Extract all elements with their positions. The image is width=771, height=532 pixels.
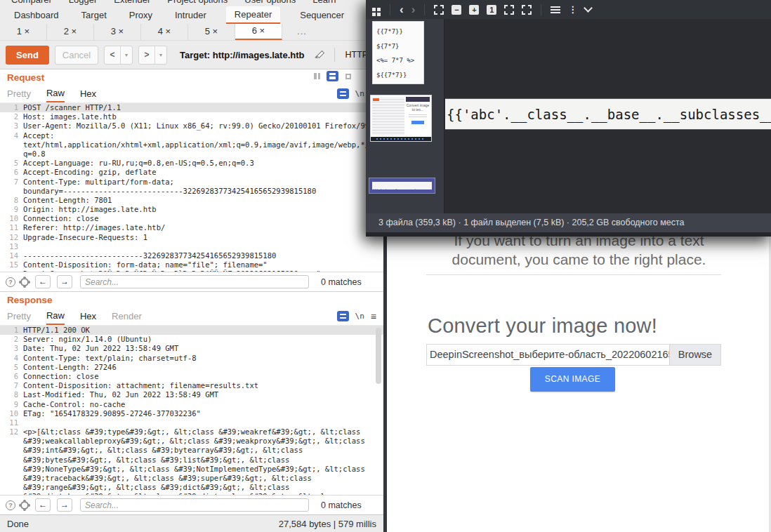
- repeater-tab[interactable]: 2 ×: [47, 24, 94, 40]
- repeater-tab[interactable]: 4 ×: [141, 24, 188, 40]
- chevron-down-icon[interactable]: ▾: [154, 46, 166, 64]
- target-url: Target: http://images.late.htb: [180, 50, 304, 60]
- newline-icon[interactable]: \n: [355, 89, 364, 98]
- back-icon[interactable]: ‹: [400, 4, 404, 15]
- repeater-tab[interactable]: 5 ×: [188, 24, 235, 40]
- divider: [424, 4, 425, 15]
- main-tab[interactable]: Proxy: [126, 6, 155, 24]
- request-line: text/html,application/xhtml+xml,applicat…: [0, 140, 383, 149]
- request-line: 8Content-Length: 7801: [0, 196, 383, 205]
- arrow-left-icon[interactable]: ←: [35, 498, 51, 512]
- more-vert-icon[interactable]: ⋮: [568, 4, 577, 15]
- format-icon[interactable]: [337, 88, 349, 99]
- settings-gear-icon[interactable]: [20, 278, 29, 286]
- actual-size-icon[interactable]: 1: [487, 5, 496, 15]
- help-icon[interactable]: ?: [6, 500, 15, 510]
- pencil-icon[interactable]: [314, 50, 324, 60]
- zoom-out-icon[interactable]: −: [452, 5, 461, 15]
- request-line: 6Accept-Encoding: gzip, deflate: [0, 168, 383, 177]
- main-tab[interactable]: User options: [244, 0, 296, 6]
- burp-main-tabs: DashboardTargetProxyIntruderRepeaterSequ…: [0, 6, 383, 24]
- main-tab[interactable]: Repeater: [226, 6, 280, 24]
- editor-tab[interactable]: Raw: [46, 308, 65, 325]
- cancel-button[interactable]: Cancel: [55, 46, 98, 65]
- arrow-right-icon[interactable]: →: [57, 498, 72, 512]
- editor-tab[interactable]: Raw: [46, 86, 65, 102]
- repeater-tab[interactable]: 3 ×: [94, 24, 141, 40]
- file-input[interactable]: DeepinScreenshot_выберите-область_202206…: [426, 344, 721, 366]
- main-tab[interactable]: Dashboard: [11, 6, 62, 24]
- layout-tabs-icon[interactable]: [342, 71, 354, 81]
- menu-icon[interactable]: ≡: [371, 312, 376, 321]
- chevron-down-icon[interactable]: ▾: [120, 46, 132, 64]
- thumbnails-grid-icon[interactable]: [372, 8, 376, 11]
- editor-tab[interactable]: Render: [112, 308, 142, 325]
- editor-tab[interactable]: Pretty: [7, 86, 31, 102]
- request-line: 10Connection: close: [0, 214, 383, 223]
- response-line: &#39;NoneType&#39;&gt;, &lt;class &#39;N…: [0, 465, 383, 474]
- response-line: &#39;dict_keys&#39;&gt;, &lt;class &#39;…: [0, 492, 383, 495]
- status-done: Done: [7, 519, 29, 529]
- fit-frame-icon[interactable]: [522, 5, 532, 15]
- newline-icon[interactable]: \n: [355, 312, 364, 321]
- main-tab[interactable]: Extender: [114, 0, 150, 6]
- main-tab[interactable]: Sequencer: [297, 6, 347, 24]
- response-line: 2Server: nginx/1.14.0 (Ubuntu): [0, 335, 383, 344]
- forward-icon[interactable]: ›: [411, 4, 416, 15]
- repeater-tab[interactable]: ...: [282, 24, 322, 40]
- request-line: 14---------------------------32269283773…: [0, 251, 383, 260]
- format-icon[interactable]: [337, 311, 349, 321]
- scan-image-button[interactable]: SCAN IMAGE: [530, 367, 615, 392]
- thumb-send-chip: [373, 98, 379, 101]
- thumb-taskbar: [371, 137, 431, 141]
- zoom-fit-icon[interactable]: [434, 5, 444, 15]
- editor-tab[interactable]: Hex: [80, 308, 96, 325]
- main-tab[interactable]: Project options: [167, 0, 228, 6]
- payload-line: ${7*7}: [376, 39, 423, 54]
- arrow-right-icon[interactable]: →: [57, 275, 72, 288]
- help-icon[interactable]: ?: [6, 277, 15, 287]
- response-search-input[interactable]: [80, 498, 309, 512]
- response-line: 11: [0, 418, 383, 427]
- repeater-tabs: 1 ×2 ×3 ×4 ×5 ×6 ×...: [0, 24, 383, 41]
- response-line: 5Content-Length: 27246: [0, 363, 383, 372]
- list-view-icon[interactable]: [551, 6, 560, 13]
- history-forward-button[interactable]: > ▾: [138, 46, 167, 65]
- forward-arrow-label: >: [139, 46, 154, 64]
- editor-tab[interactable]: Pretty: [7, 308, 31, 325]
- payload-line: {{7*7}}: [376, 25, 423, 39]
- thumbnail-payload-note[interactable]: {{7*7}}${7*7}<%= 7*7 %>${{7*7}}: [372, 21, 424, 84]
- fit-width-icon[interactable]: [504, 5, 514, 15]
- main-tab[interactable]: Comparer: [11, 0, 52, 6]
- request-editor[interactable]: 1POST /scanner HTTP/1.1 2Host: images.la…: [0, 103, 383, 272]
- main-tab[interactable]: Target: [79, 6, 110, 24]
- request-search-input[interactable]: [80, 275, 309, 288]
- thumbnail-screenshot[interactable]: Convert image to tex...: [370, 95, 432, 142]
- thumb-page-pane: Convert image to tex...: [406, 97, 430, 135]
- response-editor-tabs: PrettyRawHexRender: [7, 308, 157, 325]
- main-tab[interactable]: Learn: [312, 0, 336, 6]
- response-line: 7Content-Disposition: attachment; filena…: [0, 381, 383, 390]
- chevron-down-icon[interactable]: [584, 4, 593, 13]
- layout-columns-icon[interactable]: [311, 71, 323, 81]
- browse-button[interactable]: Browse: [669, 345, 720, 365]
- tagline-line2: document, you came to the right place.: [408, 251, 750, 268]
- main-tab[interactable]: Logger: [69, 0, 97, 6]
- main-tab[interactable]: Intruder: [172, 6, 209, 24]
- response-scrollbar[interactable]: [376, 328, 381, 384]
- history-back-button[interactable]: < ▾: [104, 46, 133, 65]
- thumbnail-selected-payload[interactable]: {{'abc'.__class__.__base__.__subclasses_…: [369, 178, 435, 194]
- repeater-tab[interactable]: 6 ×: [235, 24, 282, 40]
- divider: [390, 4, 390, 15]
- response-line: 10ETag: "1654178329.90895-27246-37703223…: [0, 409, 383, 418]
- send-button[interactable]: Send: [6, 46, 49, 65]
- zoom-in-icon[interactable]: +: [469, 5, 479, 15]
- layout-rows-icon[interactable]: [327, 71, 338, 81]
- burp-main-tabs-top: ComparerLoggerExtenderProject optionsUse…: [0, 0, 383, 6]
- editor-tab[interactable]: Hex: [80, 86, 96, 102]
- response-editor[interactable]: 1HTTP/1.1 200 OK 2Server: nginx/1.14.0 (…: [0, 326, 383, 495]
- arrow-left-icon[interactable]: ←: [35, 275, 51, 288]
- repeater-tab[interactable]: 1 ×: [0, 24, 47, 40]
- settings-gear-icon[interactable]: [20, 501, 29, 510]
- response-line: 8Last-Modified: Thu, 02 Jun 2022 13:58:4…: [0, 390, 383, 399]
